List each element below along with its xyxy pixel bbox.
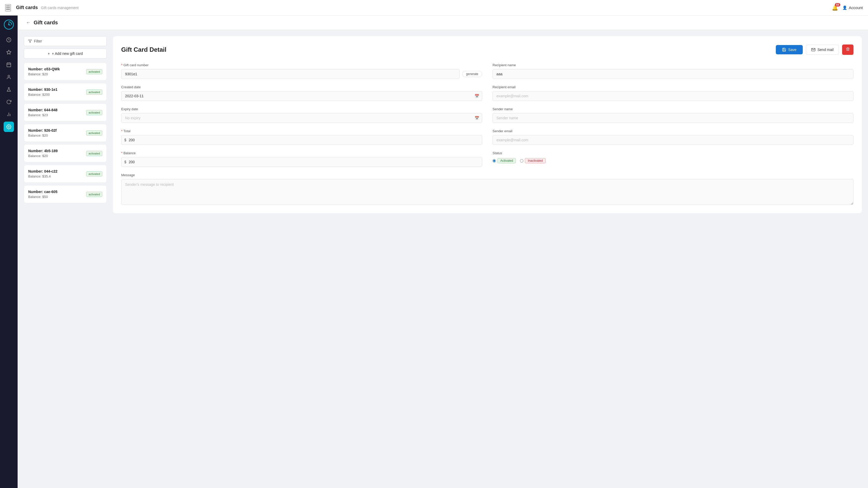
gift-card-list: Number: o53-QWk Balance: $20 activated N… <box>24 63 107 203</box>
sender-name-group: Sender name <box>493 107 854 123</box>
page-header: ← Gift cards <box>18 15 868 30</box>
list-item[interactable]: Number: cae-605 Balance: $50 activated <box>24 185 107 203</box>
list-item[interactable]: Number: 644-848 Balance: $23 activated <box>24 103 107 121</box>
detail-title: Gift Card Detail <box>121 46 166 53</box>
svg-point-14 <box>8 126 9 128</box>
gift-card-number: Number: cae-605 <box>28 190 58 194</box>
sidebar-item-refresh[interactable] <box>4 97 14 107</box>
topbar-title: Gift cards <box>16 5 38 10</box>
gift-card-number-input[interactable] <box>121 69 460 79</box>
svg-point-10 <box>8 75 10 77</box>
created-date-input-wrapper: 📅 <box>121 91 482 101</box>
status-activated-text: Activated <box>497 158 516 163</box>
filter-button[interactable]: Filter <box>24 36 107 46</box>
gift-card-number-group: * Gift card number generate <box>121 63 482 79</box>
balance-input[interactable] <box>121 157 482 167</box>
sender-email-group: Sender email <box>493 129 854 145</box>
notification-button[interactable]: 🔔 64 <box>832 5 838 11</box>
gift-card-number: Number: 644-848 <box>28 108 58 112</box>
activated-badge: activated <box>86 69 102 74</box>
created-date-label: Created date <box>121 85 482 89</box>
sender-email-input[interactable] <box>493 135 854 145</box>
gift-card-info: Number: 4b5-189 Balance: $20 <box>28 149 58 158</box>
message-textarea[interactable] <box>121 179 854 205</box>
gift-card-info: Number: 930-1e1 Balance: $200 <box>28 88 58 97</box>
layout: ← Gift cards Filter + + Add new gift car… <box>0 15 868 488</box>
status-inactivated-label[interactable]: Inactivated <box>520 158 546 163</box>
page-title: Gift cards <box>34 20 58 26</box>
list-item[interactable]: Number: 926-02f Balance: $20 activated <box>24 124 107 142</box>
gift-card-balance: Balance: $20 <box>28 133 57 137</box>
total-input[interactable] <box>121 135 482 145</box>
activated-badge: activated <box>86 192 102 197</box>
sidebar <box>0 15 18 488</box>
main-content: ← Gift cards Filter + + Add new gift car… <box>18 15 868 488</box>
activated-badge: activated <box>86 151 102 156</box>
gift-number-row: generate <box>121 69 482 79</box>
message-group: Message <box>121 173 854 205</box>
sidebar-item-users[interactable] <box>4 72 14 82</box>
sidebar-item-chart[interactable] <box>4 109 14 120</box>
sidebar-logo <box>4 20 14 30</box>
svg-line-3 <box>9 25 10 25</box>
gift-card-number: Number: 926-02f <box>28 128 57 132</box>
content-area: Filter + + Add new gift card Number: o53… <box>18 30 868 220</box>
send-mail-label: Send mail <box>817 47 834 52</box>
total-input-wrapper <box>121 135 482 145</box>
sidebar-item-star[interactable] <box>4 47 14 58</box>
account-label: Account <box>849 5 863 10</box>
sidebar-item-flask[interactable] <box>4 84 14 95</box>
trash-icon <box>846 47 850 51</box>
list-item[interactable]: Number: 4b5-189 Balance: $20 activated <box>24 144 107 162</box>
activated-badge: activated <box>86 110 102 115</box>
gift-card-balance: Balance: $50 <box>28 195 58 199</box>
detail-header: Gift Card Detail Save Send mail <box>121 44 854 55</box>
total-label: * Total <box>121 129 482 133</box>
list-item[interactable]: Number: 044-c22 Balance: $35.4 activated <box>24 165 107 183</box>
created-date-input[interactable] <box>121 91 482 101</box>
list-item[interactable]: Number: o53-QWk Balance: $20 activated <box>24 63 107 80</box>
sender-name-input[interactable] <box>493 113 854 123</box>
topbar-subtitle: Gift cards management <box>41 6 79 10</box>
gift-card-info: Number: o53-QWk Balance: $20 <box>28 67 60 76</box>
balance-label: * Balance <box>121 151 482 155</box>
recipient-name-group: Recipient name <box>493 63 854 79</box>
save-icon <box>782 47 786 52</box>
created-date-group: Created date 📅 <box>121 85 482 101</box>
gift-card-number-label: * Gift card number <box>121 63 482 67</box>
expiry-date-group: Expiry date 📅 <box>121 107 482 123</box>
gift-card-number: Number: 044-c22 <box>28 169 58 173</box>
balance-group: * Balance <box>121 151 482 167</box>
recipient-email-input[interactable] <box>493 91 854 101</box>
total-group: * Total <box>121 129 482 145</box>
status-activated-radio[interactable] <box>493 159 496 162</box>
svg-rect-6 <box>7 63 11 67</box>
status-radio-group: Activated Inactivated <box>493 158 854 163</box>
status-label: Status <box>493 151 854 155</box>
generate-button[interactable]: generate <box>462 71 482 77</box>
recipient-name-input[interactable] <box>493 69 854 79</box>
list-item[interactable]: Number: 930-1e1 Balance: $200 activated <box>24 83 107 101</box>
sender-name-label: Sender name <box>493 107 854 111</box>
gift-card-number: Number: 930-1e1 <box>28 88 58 92</box>
expiry-date-input[interactable] <box>121 113 482 123</box>
menu-button[interactable]: ☰ <box>5 4 11 11</box>
sidebar-item-settings[interactable] <box>4 122 14 132</box>
delete-button[interactable] <box>842 44 854 55</box>
detail-panel: Gift Card Detail Save Send mail <box>113 36 862 213</box>
filter-label: Filter <box>34 39 42 43</box>
back-button[interactable]: ← <box>26 20 31 25</box>
send-mail-button[interactable]: Send mail <box>806 45 839 55</box>
status-activated-label[interactable]: Activated <box>493 158 516 163</box>
save-button[interactable]: Save <box>776 45 803 54</box>
sidebar-item-dashboard[interactable] <box>4 35 14 45</box>
activated-badge: activated <box>86 171 102 176</box>
status-inactivated-radio[interactable] <box>520 159 523 162</box>
account-button[interactable]: 👤 Account <box>842 5 863 10</box>
add-gift-card-button[interactable]: + + Add new gift card <box>24 48 107 59</box>
gift-card-balance: Balance: $20 <box>28 154 58 158</box>
sidebar-item-calendar[interactable] <box>4 60 14 70</box>
expiry-date-label: Expiry date <box>121 107 482 111</box>
sender-email-label: Sender email <box>493 129 854 133</box>
add-icon: + <box>48 52 50 56</box>
